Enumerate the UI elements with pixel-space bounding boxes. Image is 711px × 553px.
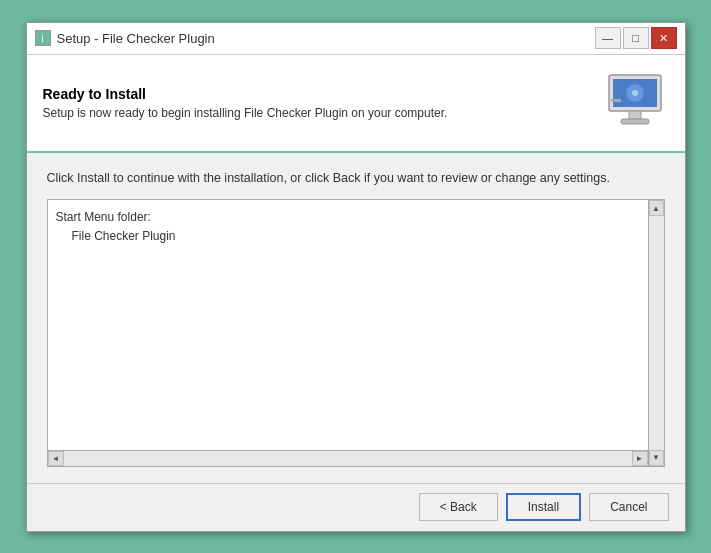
instruction-text: Click Install to continue with the insta… bbox=[47, 169, 665, 188]
title-bar-controls: — □ ✕ bbox=[595, 27, 677, 49]
back-button[interactable]: < Back bbox=[419, 493, 498, 521]
header-subtitle: Setup is now ready to begin installing F… bbox=[43, 106, 601, 120]
scroll-up-button[interactable]: ▲ bbox=[649, 200, 664, 216]
restore-button[interactable]: □ bbox=[623, 27, 649, 49]
svg-point-3 bbox=[632, 90, 638, 96]
info-box-label: Start Menu folder: bbox=[56, 208, 646, 227]
header-section: Ready to Install Setup is now ready to b… bbox=[27, 55, 685, 153]
vertical-scrollbar[interactable]: ▲ ▼ bbox=[648, 200, 664, 465]
horizontal-scrollbar[interactable]: ◄ ► bbox=[48, 450, 648, 466]
setup-window: i Setup - File Checker Plugin — □ ✕ Read… bbox=[26, 22, 686, 532]
scroll-right-button[interactable]: ► bbox=[632, 451, 648, 466]
scroll-left-button[interactable]: ◄ bbox=[48, 451, 64, 466]
scroll-track-horizontal[interactable] bbox=[64, 451, 632, 466]
install-button[interactable]: Install bbox=[506, 493, 581, 521]
minimize-button[interactable]: — bbox=[595, 27, 621, 49]
svg-rect-6 bbox=[611, 99, 621, 102]
body-section: Click Install to continue with the insta… bbox=[27, 153, 685, 483]
svg-rect-5 bbox=[621, 119, 649, 124]
app-icon: i bbox=[35, 30, 51, 46]
title-bar-left: i Setup - File Checker Plugin bbox=[35, 30, 215, 46]
scroll-down-button[interactable]: ▼ bbox=[649, 450, 664, 466]
cancel-button[interactable]: Cancel bbox=[589, 493, 668, 521]
title-bar: i Setup - File Checker Plugin — □ ✕ bbox=[27, 23, 685, 55]
info-box-value: File Checker Plugin bbox=[56, 227, 646, 246]
header-title: Ready to Install bbox=[43, 86, 601, 102]
header-text: Ready to Install Setup is now ready to b… bbox=[43, 86, 601, 120]
footer-section: < Back Install Cancel bbox=[27, 483, 685, 531]
window-title: Setup - File Checker Plugin bbox=[57, 31, 215, 46]
close-button[interactable]: ✕ bbox=[651, 27, 677, 49]
info-box: Start Menu folder: File Checker Plugin ▲… bbox=[47, 199, 665, 466]
info-box-content: Start Menu folder: File Checker Plugin bbox=[56, 208, 646, 246]
computer-icon bbox=[601, 69, 669, 137]
scroll-track-vertical[interactable] bbox=[649, 216, 664, 449]
svg-rect-4 bbox=[629, 111, 641, 119]
